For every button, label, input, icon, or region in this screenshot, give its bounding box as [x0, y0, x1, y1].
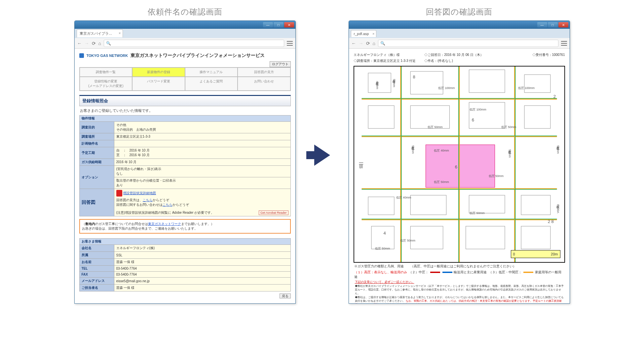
pipe-label: 低圧 100mm	[470, 108, 486, 112]
close-icon[interactable]: ×	[119, 31, 121, 35]
main-nav: 調査物件一覧 新規物件の登録 操作マニュアル 回答図の見方 登録情報の変更 (メ…	[79, 67, 291, 91]
row-label: 会社名	[79, 245, 114, 252]
tgn-link[interactable]: 東京ガスネットワーク	[148, 222, 181, 226]
pipe-label: 低圧 40mm	[434, 149, 449, 153]
svg-rect-8	[368, 197, 394, 215]
pdf-header: エネルギーフロンティ（株）様 ◇ご回答日：2016 年 10 月 06 日（木）…	[351, 51, 568, 65]
nav-contact[interactable]: お問い合わせ	[238, 77, 290, 91]
notice-box: （敷地内のガス管工事についてのお問合せは東京ガスネットワークまでお願いします。）…	[79, 219, 291, 234]
block-number: 6	[455, 164, 457, 169]
back-button[interactable]: 戻る	[280, 293, 291, 298]
menu-icon[interactable]	[561, 41, 567, 46]
legend-mid-pressure: （２）中圧：	[409, 270, 429, 274]
svg-rect-15	[521, 226, 550, 249]
right-title: 回答図の確認画面	[349, 7, 570, 17]
minimize-button[interactable]: —	[263, 22, 273, 27]
row-label: 計画物件名	[79, 140, 114, 147]
customer-table: 会社名エネルギーフロンティ(株) 所属SSL お名前苗森 一保 様 TEL03-…	[79, 245, 291, 291]
reload-icon[interactable]: ⟳	[366, 41, 370, 46]
nav-manual[interactable]: 操作マニュアル	[185, 67, 238, 77]
guide-link-2[interactable]: こちら	[163, 203, 172, 206]
search-icon: 🔍	[106, 41, 111, 46]
row-value: 2016 年 10 月	[114, 159, 290, 166]
maximize-button[interactable]: □	[274, 22, 284, 27]
nav-change-password[interactable]: パスワード変更	[132, 77, 185, 91]
pdf-icon	[116, 190, 122, 197]
svg-rect-2	[469, 70, 505, 93]
row-value: 自 ： 2016 年 10 月 至 ： 2016 年 10 月	[114, 147, 290, 159]
swatch-orange	[523, 272, 533, 273]
row-value: エネルギーフロンティ(株)	[114, 245, 290, 252]
row-value: (官民境からの離れ・深さ)表示 なし	[114, 166, 290, 177]
red-note: 下記の文章について、必ずご一読ください。	[351, 280, 568, 284]
home-icon[interactable]: ⌂	[373, 41, 375, 46]
pipe-label: 低圧 40mm	[396, 196, 411, 200]
legend-high-pressure: （１）高圧：表示なし、輸送用のみ	[354, 270, 407, 274]
customer-header: お客さま情報	[79, 238, 291, 245]
property-header: 物件情報	[79, 115, 291, 121]
left-title: 依頼件名の確認画面	[74, 7, 296, 17]
home-icon[interactable]: ⌂	[98, 41, 101, 46]
logo-text: TOKYO GAS NETWORK	[87, 54, 128, 58]
pipe-label: 低圧 50mm	[411, 145, 415, 154]
forward-icon: →	[85, 41, 89, 46]
nav-new-registration[interactable]: 新規物件の登録	[132, 67, 185, 77]
pdf-receipt-no: ◇受付番号：1000761	[495, 53, 565, 57]
arrow-icon	[314, 145, 330, 166]
adobe-note: (注意)埋設管設状況詳細地図の閲覧に Adobe Reader が必要です。	[116, 211, 214, 214]
window-titlebar: — □ ✕	[349, 21, 570, 29]
nav-inquiry-list[interactable]: 調査物件一覧	[80, 67, 133, 77]
service-title: 東京ガスネットワークパイプラインインフォメーションサービス	[131, 51, 265, 60]
svg-rect-4	[368, 106, 394, 128]
menu-icon[interactable]	[287, 41, 293, 46]
block-number: 4	[384, 231, 386, 236]
row-label: ガス供給時期	[79, 159, 114, 166]
nav-faq[interactable]: よくあるご質問	[185, 77, 238, 91]
minimize-button[interactable]: —	[537, 22, 547, 27]
pipe-label: 低圧 50mm	[470, 211, 485, 215]
forward-icon: →	[359, 41, 363, 46]
close-icon[interactable]: ×	[372, 32, 374, 36]
browser-toolbar: ← → ⟳ ⌂ 🔍	[75, 38, 295, 49]
logout-button[interactable]: ログアウト	[270, 61, 291, 67]
pipe-label: 低圧 50mm	[501, 125, 516, 129]
logo-icon	[79, 53, 84, 58]
address-bar[interactable]: 🔍	[104, 40, 284, 47]
browser-toolbar: ← → ⟳ ⌂ 🔍	[349, 38, 570, 49]
nav-view-answer[interactable]: 回答図の見方	[238, 67, 290, 77]
row-label-answer: 回答図	[79, 189, 114, 216]
pipe-label: 低圧 50mm	[489, 174, 504, 178]
back-icon[interactable]: ←	[77, 41, 82, 46]
pipe-label: 低圧 100mm	[438, 86, 455, 90]
row-label: 調査場所	[79, 133, 114, 140]
browser-tab[interactable]: 東京ガスパイブライン… ×	[77, 29, 123, 37]
section-title: 登録情報照会	[79, 95, 291, 106]
pipe-label: 低圧 50mm	[375, 246, 390, 251]
browser-tab[interactable]: r_pdf.asp ×	[351, 30, 377, 37]
disclaimer-1: ◆弊社が東京ガスパイプラインインフォメーションサービス（以下「本サービス」としま…	[351, 284, 568, 295]
row-value: 東京都足立区足立1-3-3	[114, 133, 290, 140]
scale-bar: 0 20m	[511, 250, 560, 258]
close-button[interactable]: ✕	[284, 22, 294, 27]
pipe-label: 低圧 50mm	[508, 149, 512, 158]
acrobat-badge[interactable]: Get Acrobat Reader	[259, 210, 288, 215]
row-value	[114, 140, 290, 147]
row-value: 03-5400-7764	[114, 266, 290, 272]
reload-icon[interactable]: ⟳	[92, 41, 96, 46]
row-label: FAX	[79, 272, 114, 278]
back-icon[interactable]: ←	[352, 41, 356, 46]
close-button[interactable]: ✕	[558, 22, 568, 27]
svg-rect-0	[368, 73, 391, 93]
svg-rect-14	[466, 226, 505, 249]
nav-change-registration[interactable]: 登録情報の変更 (メールアドレスの変更)	[80, 77, 133, 91]
pipe-label: 低圧 40mm	[375, 80, 379, 89]
guide-link-1[interactable]: こちら	[143, 198, 153, 202]
pipe-label: 低圧 50mm	[434, 180, 449, 184]
pdf-map-link[interactable]: 埋設管設状況詳細地図	[123, 191, 156, 195]
svg-rect-13	[410, 226, 443, 249]
scale-value: 20m	[551, 252, 558, 256]
pdf-place: ◇調査場所：東京都足立区足立 1-3-3 付近	[354, 59, 423, 63]
address-bar[interactable]: 🔍	[378, 40, 558, 47]
maximize-button[interactable]: □	[548, 22, 558, 27]
pipe-label: 低圧 50mm	[428, 125, 443, 129]
